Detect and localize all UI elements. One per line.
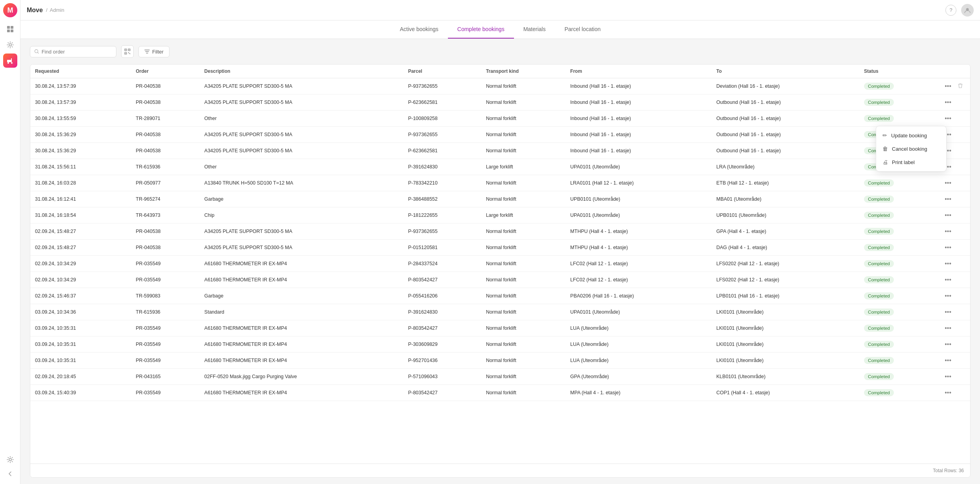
filter-button[interactable]: Filter [138, 46, 169, 57]
table-row: 30.08.24, 13:55:59TR-289071OtherP-100809… [30, 111, 970, 127]
forklift-icon[interactable] [3, 54, 17, 68]
row-menu-button[interactable]: ••• [942, 356, 954, 365]
edit-icon: ✏ [882, 132, 887, 139]
cell-parcel: P-571096043 [403, 369, 481, 385]
cell-to: KLB0101 (Uteområde) [712, 369, 860, 385]
cell-description: Chip [200, 207, 403, 224]
svg-rect-7 [7, 60, 11, 62]
status-badge: Completed [864, 309, 894, 316]
tab-materials[interactable]: Materials [514, 20, 555, 39]
tab-complete-bookings[interactable]: Complete bookings [448, 20, 514, 39]
cell-status: Completed [859, 94, 938, 111]
row-menu-button[interactable]: ••• [942, 243, 954, 252]
col-requested: Requested [30, 65, 131, 78]
row-menu-button[interactable]: ••• [942, 114, 954, 123]
cell-parcel: P-181222655 [403, 207, 481, 224]
table-scroll-area[interactable]: Requested Order Description Parcel Trans… [30, 65, 970, 464]
cell-to: Deviation (Hall 16 - 1. etasje) [712, 78, 860, 94]
cell-from: UPA0101 (Uteområde) [566, 207, 711, 224]
cell-actions: ••• [938, 78, 970, 94]
total-rows-label: Total Rows: 36 [933, 468, 964, 473]
cell-transport: Normal forklift [481, 143, 566, 159]
tab-parcel-location[interactable]: Parcel location [555, 20, 610, 39]
row-delete-button[interactable] [955, 82, 965, 91]
cell-description: A34205 PLATE SUPPORT SD300-5 MA [200, 78, 403, 94]
table-row: 31.08.24, 16:12:41TR-965274GarbageP-3864… [30, 191, 970, 207]
cell-status: Completed [859, 240, 938, 256]
table-row: 31.08.24, 16:03:28PR-050977A13840 TRUNK … [30, 175, 970, 191]
cell-order: PR-040538 [131, 240, 199, 256]
qr-button[interactable] [121, 45, 134, 58]
row-menu-button[interactable]: ••• [942, 227, 954, 236]
table-row: 02.09.24, 15:46:37TR-599083GarbageP-0554… [30, 288, 970, 304]
cell-requested: 31.08.24, 16:18:54 [30, 207, 131, 224]
help-icon[interactable]: ? [945, 5, 956, 16]
breadcrumb: / Admin [46, 7, 64, 13]
cell-requested: 02.09.24, 15:46:37 [30, 288, 131, 304]
row-menu-button[interactable]: ••• [942, 372, 954, 381]
search-box[interactable] [30, 46, 116, 57]
status-badge: Completed [864, 341, 894, 348]
cell-transport: Large forklift [481, 159, 566, 175]
settings-icon[interactable] [3, 38, 17, 52]
status-badge: Completed [864, 244, 894, 251]
svg-rect-2 [7, 26, 10, 29]
table-row: 30.08.24, 15:36:29PR-040538A34205 PLATE … [30, 127, 970, 143]
cell-order: PR-040538 [131, 143, 199, 159]
col-status: Status [859, 65, 938, 78]
cell-parcel: P-100809258 [403, 111, 481, 127]
row-menu-button[interactable]: ••• [942, 388, 954, 397]
cell-to: LFS0202 (Hall 12 - 1. etasje) [712, 272, 860, 288]
filter-icon [144, 49, 150, 54]
status-badge: Completed [864, 325, 894, 332]
cell-actions: ••• [938, 353, 970, 369]
context-menu-print[interactable]: 🖨 Print label [876, 155, 946, 169]
status-badge: Completed [864, 115, 894, 122]
row-menu-button[interactable]: ••• [942, 195, 954, 203]
row-menu-button[interactable]: ••• [942, 292, 954, 300]
gear-bottom-icon[interactable] [3, 453, 17, 467]
app-logo[interactable]: M [3, 3, 17, 17]
cell-order: PR-040538 [131, 224, 199, 240]
cell-transport: Normal forklift [481, 288, 566, 304]
row-menu-button[interactable]: ••• [942, 82, 954, 91]
status-badge: Completed [864, 212, 894, 219]
cell-to: LKI0101 (Uteområde) [712, 353, 860, 369]
context-menu-cancel[interactable]: 🗑 Cancel booking [876, 142, 946, 155]
row-menu-button[interactable]: ••• [942, 275, 954, 284]
row-menu-button[interactable]: ••• [942, 324, 954, 333]
status-badge: Completed [864, 292, 894, 299]
cell-parcel: P-803542427 [403, 320, 481, 336]
svg-rect-18 [129, 50, 130, 50]
cell-to: Outbound (Hall 16 - 1. etasje) [712, 94, 860, 111]
status-badge: Completed [864, 357, 894, 364]
cell-status: Completed [859, 320, 938, 336]
table-row: 31.08.24, 16:18:54TR-643973ChipP-1812226… [30, 207, 970, 224]
collapse-icon[interactable] [3, 467, 17, 481]
svg-rect-8 [11, 58, 12, 62]
cell-order: TR-965274 [131, 191, 199, 207]
row-menu-button[interactable]: ••• [942, 340, 954, 349]
user-avatar[interactable] [961, 4, 974, 17]
svg-point-9 [7, 62, 9, 64]
row-menu-button[interactable]: ••• [942, 98, 954, 107]
cell-to: GPA (Hall 4 - 1. etasje) [712, 224, 860, 240]
cell-actions: ••• [938, 288, 970, 304]
col-to: To [712, 65, 860, 78]
row-menu-button[interactable]: ••• [942, 308, 954, 316]
svg-rect-3 [11, 26, 13, 29]
row-menu-button[interactable]: ••• [942, 211, 954, 220]
cell-description: A61680 THERMOMETER IR EX-MP4 [200, 353, 403, 369]
col-actions [938, 65, 970, 78]
tab-active-bookings[interactable]: Active bookings [391, 20, 448, 39]
row-menu-button[interactable]: ••• [942, 259, 954, 268]
grid-icon[interactable] [3, 22, 17, 36]
context-menu-update[interactable]: ✏ Update booking [876, 129, 946, 142]
svg-rect-4 [7, 30, 10, 32]
status-badge: Completed [864, 276, 894, 283]
qr-icon [124, 48, 131, 55]
cell-from: LFC02 (Hall 12 - 1. etasje) [566, 272, 711, 288]
row-menu-button[interactable]: ••• [942, 179, 954, 187]
cell-to: Outbound (Hall 16 - 1. etasje) [712, 111, 860, 127]
search-input[interactable] [42, 49, 112, 55]
